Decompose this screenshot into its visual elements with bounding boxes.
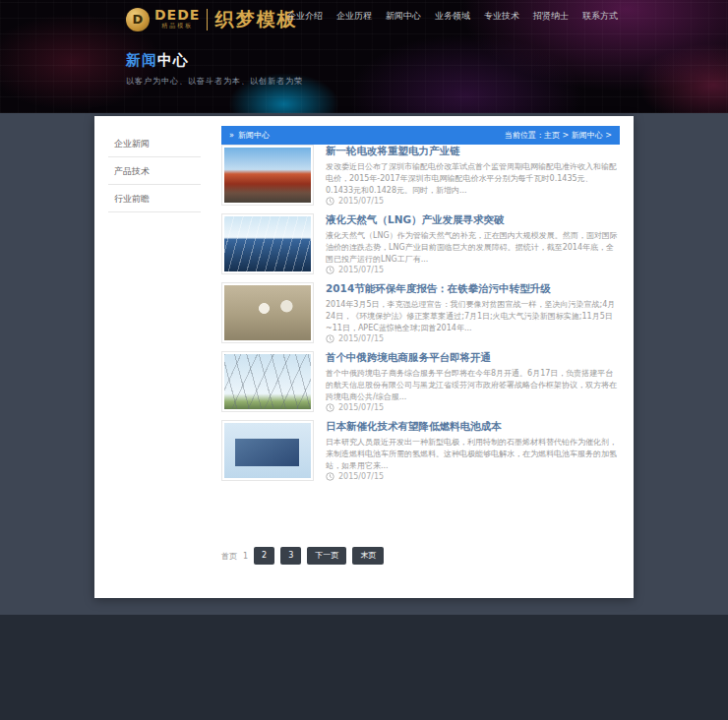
site-footer: C C 企业介绍 企业历程 新闻中心 业务领域 专业技术 招贤纳士 联系方式 C…: [0, 615, 728, 720]
thumbnail-image: [224, 423, 311, 478]
breadcrumb-section: 新闻中心: [238, 130, 270, 141]
clock-icon: [326, 403, 334, 412]
news-title[interactable]: 新一轮电改将重塑电力产业链: [326, 145, 620, 157]
news-title[interactable]: 液化天然气（LNG）产业发展寻求突破: [326, 213, 620, 226]
pagination-first-link[interactable]: 首页: [221, 551, 237, 562]
sidebar-item-industry-view[interactable]: 行业前瞻: [108, 185, 201, 212]
nav-item-history[interactable]: 企业历程: [336, 8, 372, 24]
news-item: 首个中俄跨境电商服务平台即将开通 首个中俄跨境电子商务综合服务平台即将在今年8月…: [221, 351, 620, 412]
nav-item-intro[interactable]: 企业介绍: [287, 8, 323, 24]
news-thumbnail-industrial-plant[interactable]: [221, 282, 314, 343]
banner-slogan: 以客户为中心、以奋斗者为本、以创新者为荣: [126, 76, 303, 87]
clock-icon: [326, 334, 334, 343]
pagination-last-button[interactable]: 末页: [352, 547, 384, 565]
news-thumbnail-solar-panels[interactable]: [221, 213, 314, 274]
news-title[interactable]: 首个中俄跨境电商服务平台即将开通: [326, 351, 620, 364]
nav-item-contact[interactable]: 联系方式: [582, 8, 618, 24]
brand-text: DEDE: [154, 9, 200, 22]
content-card: 企业新闻 产品技术 行业前瞻 » 新闻中心 当前位置：主页 > 新闻中心 > 新…: [94, 116, 634, 598]
news-summary: 日本研究人员最近开发出一种新型电极，利用特制的石墨烯材料替代铂作为催化剂，来制造…: [326, 437, 620, 472]
news-summary: 2014年3月5日，李克强总理宣告：我们要像对贫困宣战一样，坚决向污染宣战;4月…: [326, 299, 620, 334]
clock-icon: [326, 266, 334, 274]
pagination-page-2[interactable]: 2: [254, 547, 274, 565]
news-date: 2015/07/15: [326, 472, 384, 481]
news-item: 新一轮电改将重塑电力产业链 发改委近日公布了深圳市输配电价改革试点首个监管周期电…: [221, 145, 620, 206]
header-logo[interactable]: D DEDE 精品模板 织梦模板: [126, 7, 297, 32]
thumbnail-image: [224, 148, 311, 203]
page-title: 新闻中心: [126, 51, 303, 70]
news-item: 日本新催化技术有望降低燃料电池成本 日本研究人员最近开发出一种新型电极，利用特制…: [221, 420, 620, 481]
news-date: 2015/07/15: [326, 266, 384, 274]
news-thumbnail-power-towers[interactable]: [221, 351, 314, 412]
news-title[interactable]: 日本新催化技术有望降低燃料电池成本: [326, 420, 620, 433]
brand-subtext: 精品模板: [154, 22, 200, 30]
banner: 新闻中心 以客户为中心、以奋斗者为本、以创新者为荣: [126, 51, 303, 87]
clock-icon: [326, 472, 334, 481]
sidebar: 企业新闻 产品技术 行业前瞻: [108, 130, 201, 212]
sidebar-item-product-tech[interactable]: 产品技术: [108, 157, 201, 185]
thumbnail-image: [224, 354, 311, 409]
news-summary: 液化天然气（LNG）作为管输天然气的补充，正在国内大规模发展。然而，面对国际油价…: [326, 230, 620, 266]
thumbnail-image: [224, 285, 311, 340]
pagination-page-3[interactable]: 3: [280, 547, 301, 565]
news-title[interactable]: 2014节能环保年度报告：在铁拳治污中转型升级: [326, 282, 620, 295]
coin-icon: D: [126, 8, 150, 31]
news-date: 2015/07/15: [326, 334, 384, 343]
news-summary: 发改委近日公布了深圳市输配电价改革试点首个监管周期电网输配电准许收入和输配电价，…: [326, 161, 620, 197]
nav-item-news[interactable]: 新闻中心: [386, 8, 421, 24]
brand-divider: [207, 9, 208, 30]
news-date: 2015/07/15: [326, 403, 384, 412]
nav-item-business[interactable]: 业务领域: [435, 8, 470, 24]
news-content: » 新闻中心 当前位置：主页 > 新闻中心 > 新一轮电改将重塑电力产业链 发改…: [221, 126, 620, 489]
pagination-current-page: 1: [243, 552, 248, 561]
news-thumbnail-battery-pack[interactable]: [221, 420, 314, 481]
brand-cn-text: 织梦模板: [214, 7, 297, 32]
nav-item-technology[interactable]: 专业技术: [484, 8, 519, 24]
news-date: 2015/07/15: [326, 197, 384, 206]
news-thumbnail-red-square[interactable]: [221, 145, 314, 206]
news-item: 2014节能环保年度报告：在铁拳治污中转型升级 2014年3月5日，李克强总理宣…: [221, 282, 620, 343]
breadcrumb: » 新闻中心 当前位置：主页 > 新闻中心 >: [221, 126, 620, 145]
nav-item-recruit[interactable]: 招贤纳士: [533, 8, 569, 24]
breadcrumb-arrow-icon: »: [229, 131, 234, 140]
sidebar-item-company-news[interactable]: 企业新闻: [108, 130, 201, 157]
pagination-next-button[interactable]: 下一页: [307, 547, 346, 565]
news-item: 液化天然气（LNG）产业发展寻求突破 液化天然气（LNG）作为管输天然气的补充，…: [221, 213, 620, 274]
breadcrumb-location[interactable]: 当前位置：主页 > 新闻中心 >: [505, 130, 612, 141]
clock-icon: [326, 197, 334, 206]
news-summary: 首个中俄跨境电子商务综合服务平台即将在今年8月开通。6月17日，负责搭建平台的航…: [326, 368, 620, 403]
site-header: D DEDE 精品模板 织梦模板 企业介绍 企业历程 新闻中心 业务领域 专业技…: [0, 0, 728, 113]
thumbnail-image: [224, 216, 311, 271]
main-nav: 企业介绍 企业历程 新闻中心 业务领域 专业技术 招贤纳士 联系方式: [287, 8, 618, 24]
page-title-rest: 中心: [157, 51, 189, 69]
pagination: 首页 1 2 3 下一页 末页: [221, 547, 384, 565]
page-title-highlight: 新闻: [126, 51, 157, 69]
